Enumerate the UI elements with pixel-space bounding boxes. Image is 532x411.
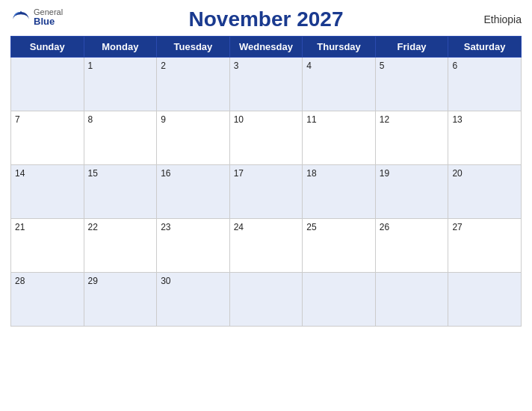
calendar-week-row: 123456: [11, 58, 522, 111]
calendar-day-cell: 10: [229, 111, 303, 165]
day-number: 14: [15, 168, 25, 179]
weekday-monday: Monday: [84, 37, 157, 58]
calendar-day-cell: 14: [11, 165, 84, 219]
calendar-day-cell: 4: [303, 58, 376, 111]
country-label: Ethiopia: [483, 13, 522, 25]
logo-bird-icon: [10, 10, 31, 25]
weekday-tuesday: Tuesday: [157, 37, 230, 58]
calendar-day-cell: 26: [375, 219, 448, 273]
calendar-day-cell: 8: [84, 111, 157, 165]
calendar-day-cell: [11, 58, 84, 111]
day-number: 3: [234, 61, 239, 71]
calendar-day-cell: 1: [84, 58, 157, 111]
calendar-day-cell: 7: [11, 111, 84, 165]
calendar-day-cell: 12: [375, 111, 448, 165]
calendar-day-cell: 27: [448, 219, 522, 273]
calendar-day-cell: [448, 273, 522, 327]
day-number: 22: [88, 222, 98, 232]
calendar-day-cell: 25: [303, 219, 376, 273]
weekday-friday: Friday: [375, 37, 448, 58]
calendar-day-cell: 23: [157, 219, 230, 273]
calendar-day-cell: 11: [303, 111, 376, 165]
day-number: 23: [161, 222, 170, 232]
calendar-week-row: 78910111213: [11, 111, 522, 165]
calendar-week-row: 21222324252627: [11, 219, 522, 273]
day-number: 15: [88, 168, 98, 179]
day-number: 17: [234, 168, 244, 179]
day-number: 4: [306, 61, 312, 71]
calendar-day-cell: [375, 273, 448, 327]
day-number: 9: [161, 114, 166, 125]
day-number: 13: [452, 114, 462, 125]
day-number: 11: [306, 114, 316, 125]
day-number: 2: [161, 61, 166, 71]
day-number: 26: [380, 222, 389, 232]
day-number: 16: [161, 168, 170, 179]
day-number: 10: [234, 114, 244, 125]
month-title: November 2027: [13, 7, 519, 31]
calendar-day-cell: 29: [84, 273, 157, 327]
weekday-wednesday: Wednesday: [229, 37, 303, 58]
day-number: 20: [452, 168, 462, 179]
day-number: 12: [380, 114, 389, 125]
calendar-week-row: 282930: [11, 273, 522, 327]
calendar-day-cell: 19: [375, 165, 448, 219]
calendar-day-cell: 6: [448, 58, 522, 111]
calendar-day-cell: 5: [375, 58, 448, 111]
day-number: 28: [15, 276, 25, 286]
calendar-day-cell: 20: [448, 165, 522, 219]
calendar-day-cell: 3: [229, 58, 303, 111]
calendar-day-cell: [303, 273, 376, 327]
day-number: 5: [380, 61, 385, 71]
calendar-day-cell: 15: [84, 165, 157, 219]
weekday-saturday: Saturday: [448, 37, 522, 58]
day-number: 7: [15, 114, 20, 125]
calendar-day-cell: [229, 273, 303, 327]
day-number: 24: [234, 222, 244, 232]
calendar-day-cell: 22: [84, 219, 157, 273]
weekday-thursday: Thursday: [303, 37, 376, 58]
day-number: 27: [452, 222, 462, 232]
calendar-header: General Blue November 2027 Ethiopia: [10, 7, 522, 31]
calendar-day-cell: 9: [157, 111, 230, 165]
logo-blue-text: Blue: [34, 16, 63, 27]
calendar-day-cell: 2: [157, 58, 230, 111]
calendar-day-cell: 28: [11, 273, 84, 327]
logo-text: General Blue: [34, 7, 63, 27]
day-number: 18: [306, 168, 316, 179]
calendar-container: General Blue November 2027 Ethiopia Sund…: [0, 0, 532, 411]
day-number: 8: [88, 114, 93, 125]
day-number: 30: [161, 276, 170, 286]
day-number: 6: [452, 61, 457, 71]
logo-area: General Blue: [10, 7, 63, 27]
day-number: 19: [380, 168, 389, 179]
calendar-day-cell: 16: [157, 165, 230, 219]
day-number: 21: [15, 222, 25, 232]
calendar-day-cell: 13: [448, 111, 522, 165]
calendar-day-cell: 30: [157, 273, 230, 327]
weekday-header-row: Sunday Monday Tuesday Wednesday Thursday…: [11, 37, 522, 58]
calendar-day-cell: 17: [229, 165, 303, 219]
calendar-week-row: 14151617181920: [11, 165, 522, 219]
calendar-day-cell: 24: [229, 219, 303, 273]
calendar-day-cell: 21: [11, 219, 84, 273]
calendar-day-cell: 18: [303, 165, 376, 219]
day-number: 25: [306, 222, 316, 232]
calendar-table: Sunday Monday Tuesday Wednesday Thursday…: [10, 36, 522, 327]
day-number: 29: [88, 276, 98, 286]
day-number: 1: [88, 61, 93, 71]
weekday-sunday: Sunday: [11, 37, 84, 58]
